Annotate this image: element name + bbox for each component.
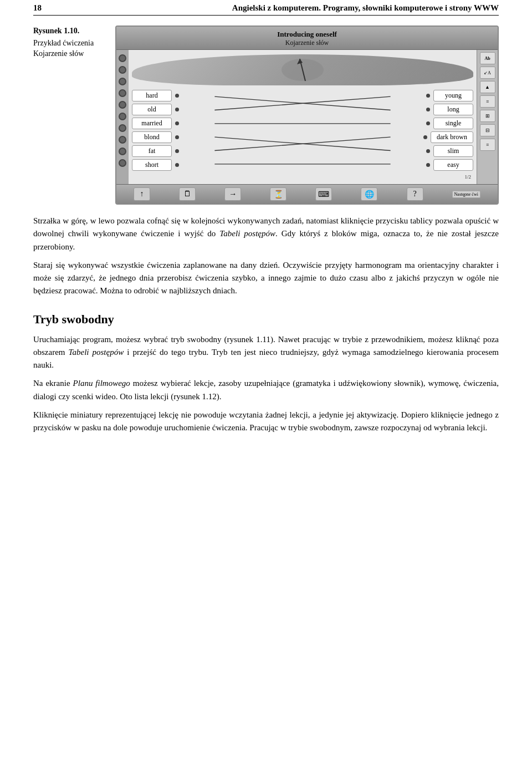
spiral-ring	[119, 78, 126, 85]
word-left-3: blond	[132, 131, 172, 143]
right-btn-list[interactable]: ≡	[480, 139, 495, 151]
word-row-5: short easy	[132, 159, 473, 171]
page-header: 18 Angielski z komputerem. Programy, sło…	[33, 0, 499, 16]
spiral-ring	[119, 147, 126, 155]
paragraph-2: Staraj się wykonywać wszystkie ćwiczenia…	[33, 259, 499, 298]
paragraph-1: Strzałka w górę, w lewo pozwala cofnąć s…	[33, 215, 499, 253]
right-btn-grid[interactable]: ⊟	[480, 124, 495, 136]
bottom-icon-help[interactable]: ?	[407, 187, 423, 201]
screenshot: Introducing oneself Kojarzenie słów	[115, 26, 499, 205]
right-btn-up[interactable]: ▲	[480, 81, 495, 93]
screen-bottom-bar: ↑ 🗒 → ⏳ ⌨ 🌐 ? Następne ćwi	[116, 184, 498, 204]
drawing-icon	[280, 56, 325, 84]
right-btn-a[interactable]: ↙A	[480, 67, 495, 79]
page-number: 18	[33, 3, 42, 13]
dot-right-3	[423, 135, 427, 139]
page-indicator: 1/2	[464, 174, 473, 180]
screen-body: hard young old long	[116, 50, 498, 184]
page-title: Angielski z komputerem. Programy, słowni…	[232, 3, 499, 13]
figure-section: Rysunek 1.10. Przykład ćwiczenia Kojarze…	[33, 26, 499, 205]
bottom-icon-arrow[interactable]: ↑	[134, 187, 150, 201]
spiral-ring	[119, 54, 126, 62]
word-left-4: fat	[132, 145, 172, 157]
screen-header: Introducing oneself Kojarzenie słów	[116, 27, 498, 50]
spiral-ring	[119, 124, 126, 132]
word-row-4: fat slim	[132, 145, 473, 157]
section-heading: Tryb swobodny	[33, 310, 499, 329]
dot-left-1	[175, 108, 179, 111]
word-row-2: married single	[132, 118, 473, 129]
word-right-3: dark brown	[431, 131, 473, 143]
figure-description: Przykład ćwiczenia Kojarzenie słów	[33, 39, 94, 58]
word-right-2: single	[433, 118, 473, 129]
text-body: Strzałka w górę, w lewo pozwala cofnąć s…	[33, 215, 499, 434]
word-right-1: long	[433, 104, 473, 115]
screen-content: hard young old long	[129, 50, 477, 184]
section-paragraph-2: Na ekranie Planu filmowego możesz wybier…	[33, 377, 499, 403]
italic-text-2: Tabeli postępów	[69, 348, 124, 357]
bottom-icon-keyboard[interactable]: ⌨	[315, 187, 332, 201]
screen-title-sub: Kojarzenie słów	[117, 39, 497, 47]
italic-text-1: Tabeli postępów	[219, 229, 275, 238]
dot-left-3	[175, 135, 179, 139]
dot-right-2	[426, 121, 430, 125]
word-right-0: young	[433, 90, 473, 101]
word-left-5: short	[132, 159, 172, 171]
next-button-label[interactable]: Następne ćwi	[452, 191, 480, 198]
dot-left-2	[175, 121, 179, 125]
dot-left-0	[175, 94, 179, 98]
section-paragraph-3: Kliknięcie miniatury reprezentującej lek…	[33, 409, 499, 435]
dot-right-4	[426, 149, 430, 153]
word-row-3: blond dark brown	[132, 131, 473, 143]
right-btn-mid2[interactable]: ⊞	[480, 110, 495, 122]
dot-left-5	[175, 163, 179, 167]
dot-left-4	[175, 149, 179, 153]
bottom-icon-board[interactable]: 🗒	[179, 187, 196, 201]
spiral-ring	[119, 101, 126, 109]
spiral-ring	[119, 136, 126, 144]
word-left-2: married	[132, 118, 172, 129]
figure-label: Rysunek 1.10.	[33, 26, 105, 37]
decorative-image	[132, 54, 473, 85]
spiral-ring	[119, 66, 126, 74]
word-row-0: hard young	[132, 90, 473, 101]
dot-right-5	[426, 163, 430, 167]
page: 18 Angielski z komputerem. Programy, sło…	[0, 0, 532, 434]
dot-right-1	[426, 108, 430, 111]
bottom-icon-globe[interactable]: 🌐	[361, 187, 377, 201]
screen-title-main: Introducing oneself	[117, 30, 497, 39]
spiral-ring	[119, 113, 126, 120]
figure-caption: Rysunek 1.10. Przykład ćwiczenia Kojarze…	[33, 26, 105, 205]
bottom-icon-right[interactable]: →	[224, 187, 241, 201]
italic-text-3: Planu filmowego	[73, 379, 130, 388]
word-right-5: easy	[433, 159, 473, 171]
bottom-icon-hourglass[interactable]: ⏳	[270, 187, 287, 201]
right-btn-mid1[interactable]: ≡	[480, 95, 495, 108]
spiral-ring	[119, 159, 126, 167]
spiral-binding	[116, 50, 129, 184]
word-left-0: hard	[132, 90, 172, 101]
right-panel: Ab ↙A ▲ ≡ ⊞ ⊟ ≡	[477, 50, 498, 184]
dot-right-0	[426, 94, 430, 98]
section-paragraph-1: Uruchamiając program, możesz wybrać tryb…	[33, 333, 499, 372]
word-pairs: hard young old long	[132, 90, 473, 171]
page-indicator-container: 1/2	[132, 173, 473, 180]
word-right-4: slim	[433, 145, 473, 157]
spiral-ring	[119, 89, 126, 97]
right-btn-ab[interactable]: Ab	[480, 52, 495, 64]
word-row-1: old long	[132, 104, 473, 115]
word-left-1: old	[132, 104, 172, 115]
